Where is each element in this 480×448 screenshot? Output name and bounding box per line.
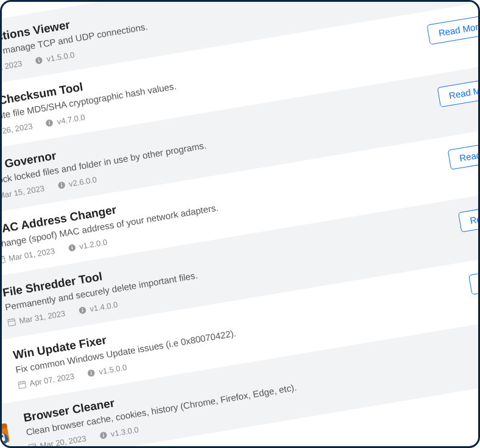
- browser-lock-icon: [0, 413, 18, 448]
- item-version: v1.2.0.0: [79, 237, 108, 251]
- svg-line-67: [8, 321, 15, 322]
- item-date: Apr 07, 2023: [29, 371, 75, 388]
- read-more-button[interactable]: Read More: [437, 77, 480, 107]
- item-date: Mar 31, 2023: [18, 308, 66, 325]
- item-date: Mar 01, 2023: [8, 246, 55, 263]
- read-more-button[interactable]: Read More: [448, 139, 480, 169]
- svg-rect-66: [8, 319, 16, 326]
- calendar-icon: [18, 380, 27, 389]
- item-date: Apr 26, 2023: [0, 121, 34, 138]
- info-icon: [99, 431, 108, 440]
- cycle-warn-icon: [0, 351, 8, 396]
- software-list: Connections Viewer View and manage TCP a…: [0, 0, 480, 448]
- read-more-button[interactable]: Read More: [458, 202, 480, 232]
- svg-line-89: [29, 446, 36, 447]
- svg-rect-77: [18, 381, 26, 388]
- calendar-icon: [7, 318, 16, 327]
- item-date: Mar 15, 2023: [0, 183, 45, 200]
- item-date: Mar 20, 2023: [40, 434, 87, 448]
- item-version: v1.4.0.0: [89, 300, 118, 313]
- info-icon: [35, 56, 44, 65]
- info-icon: [78, 306, 87, 315]
- item-date: Apr 13, 2023: [0, 59, 23, 76]
- svg-line-55: [0, 258, 4, 259]
- info-icon: [57, 181, 66, 190]
- item-version: v2.6.0.0: [68, 175, 97, 188]
- calendar-icon: [0, 255, 5, 265]
- info-icon: [87, 369, 96, 378]
- item-version: v4.7.0.0: [57, 113, 86, 126]
- app-frame: Connections Viewer View and manage TCP a…: [0, 0, 480, 448]
- item-version: v1.5.0.0: [98, 363, 127, 376]
- info-icon: [67, 243, 76, 252]
- item-version: v1.5.0.0: [46, 50, 75, 63]
- read-more-button[interactable]: Read More: [427, 14, 480, 44]
- info-icon: [45, 118, 54, 127]
- svg-rect-87: [1, 437, 5, 441]
- svg-line-78: [18, 383, 25, 385]
- calendar-icon: [28, 443, 37, 448]
- item-version: v1.3.0.0: [110, 425, 139, 438]
- read-more-button[interactable]: Read More: [468, 264, 480, 294]
